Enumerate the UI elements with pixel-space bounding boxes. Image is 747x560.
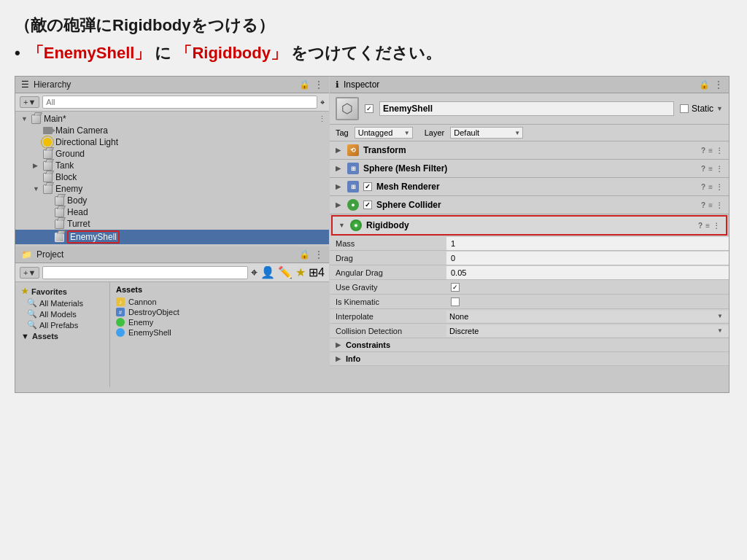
- rigidbody-label: Rigidbody: [366, 220, 409, 230]
- asset-enemy[interactable]: Enemy: [116, 317, 323, 327]
- static-checkbox[interactable]: [680, 104, 689, 113]
- meshfilter-options-icon[interactable]: ⋮: [716, 165, 723, 173]
- bullet-suffix: をつけてください。: [291, 42, 441, 64]
- meshrenderer-checkbox[interactable]: ✓: [363, 182, 372, 191]
- info-row[interactable]: ▶ Info: [330, 352, 729, 366]
- project-search-input[interactable]: [42, 266, 248, 279]
- object-name-field[interactable]: [379, 101, 674, 116]
- cube-icon-enemyshell: [53, 232, 65, 242]
- project-lock-icon[interactable]: 🔒: [299, 249, 310, 260]
- project-folder-icon: 📁: [21, 249, 32, 260]
- project-icon1: ⌖: [251, 266, 258, 279]
- prefab-icon-enemyshell: [116, 328, 125, 337]
- star-expand-icon: ★: [21, 287, 28, 296]
- meshrenderer-options-icon[interactable]: ⋮: [716, 183, 723, 191]
- usegravity-checkbox[interactable]: ✓: [451, 283, 460, 292]
- tree-item-block[interactable]: Block: [15, 171, 329, 183]
- tree-item-maincamera[interactable]: Main Camera: [15, 125, 329, 136]
- iskinematic-checkbox[interactable]: [451, 298, 460, 306]
- static-area: Static ▼: [680, 104, 723, 114]
- hierarchy-panel: ☰ Hierarchy 🔒 ⋮ +▼ ⌖ ▼: [15, 77, 329, 246]
- layer-dropdown-arrow: ▼: [514, 130, 520, 136]
- rigidbody-options-icon[interactable]: ⋮: [713, 222, 720, 230]
- static-dropdown-arrow[interactable]: ▼: [716, 105, 723, 112]
- tag-dropdown-arrow: ▼: [404, 130, 410, 136]
- drag-input[interactable]: [446, 252, 729, 265]
- prop-collisiondetection: Collision Detection Discrete ▼: [330, 324, 729, 338]
- constraints-row[interactable]: ▶ Constraints: [330, 338, 729, 352]
- component-meshrenderer[interactable]: ▶ ⊞ ✓ Mesh Renderer ? ≡ ⋮: [330, 178, 729, 196]
- collider-label: Sphere Collider: [376, 200, 441, 210]
- all-prefabs-label: All Prefabs: [39, 321, 78, 330]
- asset-cannon[interactable]: ♪ Cannon: [116, 297, 323, 307]
- component-collider[interactable]: ▶ ● ✓ Sphere Collider ? ≡ ⋮: [330, 196, 729, 214]
- meshfilter-help-icon[interactable]: ?: [701, 165, 705, 173]
- layer-dropdown[interactable]: Default ▼: [450, 127, 523, 139]
- project-add-btn[interactable]: +▼: [20, 267, 39, 279]
- collisiondetection-value: Discrete: [449, 327, 714, 335]
- transform-settings-icon[interactable]: ≡: [708, 147, 713, 155]
- music-icon-cannon: ♪: [116, 298, 125, 306]
- collider-options-icon[interactable]: ⋮: [716, 201, 723, 209]
- asset-destroyobject[interactable]: # DestroyObject: [116, 307, 323, 317]
- sidebar-all-materials[interactable]: 🔍 All Materials: [15, 298, 109, 308]
- tree-item-ground[interactable]: Ground: [15, 148, 329, 160]
- object-active-checkbox[interactable]: ✓: [365, 104, 374, 113]
- interpolate-dropdown[interactable]: None ▼: [446, 311, 729, 322]
- sidebar-all-models[interactable]: 🔍 All Models: [15, 308, 109, 319]
- collider-settings-icon[interactable]: ≡: [708, 201, 713, 209]
- main-options[interactable]: ⋮: [318, 114, 326, 124]
- hierarchy-options-icon[interactable]: ⋮: [314, 79, 323, 90]
- tree-item-dirlight[interactable]: Directional Light: [15, 136, 329, 148]
- meshrenderer-settings-icon[interactable]: ≡: [708, 183, 713, 191]
- script-icon-destroy: #: [116, 308, 125, 316]
- hierarchy-lock-icon[interactable]: 🔒: [299, 79, 310, 90]
- camera-icon-main: [42, 125, 53, 136]
- hierarchy-search-input[interactable]: [42, 96, 317, 109]
- bullet-instruction: • 「EnemyShell」 に 「Rigidbody」 をつけてください。: [15, 42, 732, 64]
- prop-drag: Drag: [330, 251, 729, 265]
- component-transform[interactable]: ▶ ⟲ Transform ? ≡ ⋮: [330, 141, 729, 160]
- rigidbody-properties: Mass Drag Angular Drag Use Gravity ✓: [330, 236, 729, 338]
- inspector-options-icon[interactable]: ⋮: [714, 79, 723, 90]
- mass-input[interactable]: [446, 237, 729, 250]
- meshfilter-settings-icon[interactable]: ≡: [708, 165, 713, 173]
- inspector-lock-icon[interactable]: 🔒: [699, 79, 710, 90]
- interpolate-label: Interpolate: [330, 311, 446, 322]
- search-icon-materials: 🔍: [27, 298, 37, 308]
- tree-item-enemyshell[interactable]: EnemyShell: [15, 230, 329, 244]
- rigidbody-arrow: ▼: [338, 222, 346, 229]
- interpolate-value: None: [449, 312, 714, 321]
- hierarchy-toolbar: +▼ ⌖: [15, 93, 329, 112]
- asset-enemyshell[interactable]: EnemyShell: [116, 327, 323, 338]
- rigidbody-settings-icon[interactable]: ≡: [705, 222, 710, 230]
- layer-label: Layer: [425, 128, 445, 137]
- rigidbody-help-icon[interactable]: ?: [698, 222, 703, 230]
- tree-item-body[interactable]: Body: [15, 195, 329, 206]
- collisiondetection-dropdown[interactable]: Discrete ▼: [446, 325, 729, 337]
- tree-item-turret[interactable]: Turret: [15, 218, 329, 230]
- assets-folder-icon: ▼: [21, 332, 29, 341]
- sun-icon-dirlight: [42, 137, 53, 147]
- transform-help-icon[interactable]: ?: [701, 147, 705, 155]
- project-options-icon[interactable]: ⋮: [314, 249, 323, 260]
- tag-dropdown[interactable]: Untagged ▼: [355, 127, 413, 139]
- tree-item-main[interactable]: ▼ Main* ⋮: [15, 113, 329, 125]
- layer-value: Default: [454, 128, 479, 137]
- collider-help-icon[interactable]: ?: [701, 201, 705, 209]
- bullet-char: •: [15, 44, 20, 63]
- hierarchy-add-btn[interactable]: +▼: [20, 96, 39, 108]
- tree-item-tank[interactable]: ▶ Tank: [15, 160, 329, 171]
- transform-options-icon[interactable]: ⋮: [716, 147, 723, 155]
- collider-checkbox[interactable]: ✓: [363, 201, 372, 209]
- tree-item-head[interactable]: Head: [15, 206, 329, 218]
- inspector-panel: ℹ Inspector 🔒 ⋮ ⬡ ✓ Static ▼ Tag: [330, 77, 729, 392]
- inspector-scroll: ▶ ⟲ Transform ? ≡ ⋮ ▶ ⊞ Sphere (Mesh Fil…: [330, 141, 729, 392]
- sidebar-all-prefabs[interactable]: 🔍 All Prefabs: [15, 319, 109, 330]
- component-rigidbody[interactable]: ▼ ● Rigidbody ? ≡ ⋮: [331, 215, 727, 236]
- angulardrag-input[interactable]: [446, 266, 729, 279]
- component-meshfilter[interactable]: ▶ ⊞ Sphere (Mesh Filter) ? ≡ ⋮: [330, 160, 729, 178]
- meshrenderer-help-icon[interactable]: ?: [701, 183, 705, 191]
- tree-item-enemy[interactable]: ▼ Enemy: [15, 183, 329, 195]
- inspector-title: Inspector: [344, 79, 379, 90]
